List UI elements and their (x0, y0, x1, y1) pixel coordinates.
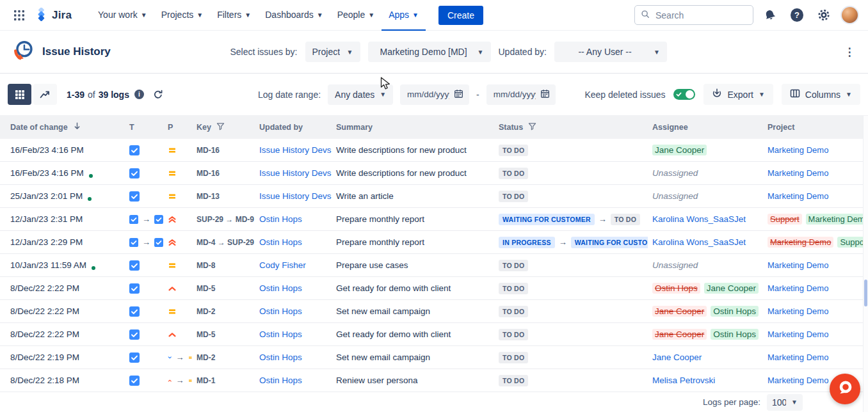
global-search[interactable] (634, 5, 753, 25)
assignee-link[interactable]: Karolina Wons_SaaSJet (652, 237, 746, 247)
col-header-status[interactable]: Status (494, 122, 648, 132)
more-options-kebab-icon[interactable]: ⋮ (841, 42, 858, 62)
cell-updated-by: Ostin Hops (255, 353, 332, 362)
cell-date: 8/Dec/22 2:22 PM (0, 306, 125, 316)
col-header-project[interactable]: Project (763, 123, 868, 132)
project-link[interactable]: Marketing Demo (768, 145, 828, 155)
cell-priority (163, 238, 192, 247)
date-preset-dropdown[interactable]: Any dates ▼ (328, 84, 393, 105)
nav-item-your-work[interactable]: Your work▼ (91, 0, 154, 31)
chat-bubble-icon (837, 379, 854, 399)
nav-item-dashboards[interactable]: Dashboards▼ (258, 0, 330, 31)
nav-item-people[interactable]: People▼ (330, 0, 382, 31)
logs-per-page-dropdown[interactable]: 100 ▼ (767, 394, 803, 411)
updated-by-link[interactable]: Ostin Hops (259, 214, 302, 224)
priority-medium-icon (168, 169, 177, 178)
jira-logo[interactable]: Jira (35, 8, 72, 23)
updated-by-link[interactable]: Ostin Hops (259, 306, 302, 316)
grid-view-button[interactable] (8, 84, 31, 105)
updated-by-link[interactable]: Ostin Hops (259, 283, 302, 293)
cell-key: MD-16 (192, 169, 255, 178)
status-badge: TO DO (499, 260, 528, 271)
chat-widget-button[interactable] (830, 374, 860, 404)
project-link[interactable]: Marketing Demo (768, 191, 828, 201)
cell-key: SUP-29 → MD-9 (192, 215, 255, 224)
user-avatar[interactable] (840, 6, 859, 24)
cell-status: WAITING FOR CUSTOMER→TO DO (494, 214, 648, 225)
app-switcher-icon[interactable] (9, 5, 29, 26)
project-link[interactable]: Marketing Demo (768, 260, 828, 270)
date-from-field[interactable] (400, 84, 469, 105)
project-dropdown[interactable]: Marketing Demo [MD] ▼ (368, 42, 491, 62)
cell-type: → (125, 214, 163, 225)
cell-key: MD-8 (192, 261, 255, 270)
info-icon[interactable]: i (134, 90, 144, 99)
updated-by-link[interactable]: Ostin Hops (259, 329, 302, 339)
create-button[interactable]: Create (438, 6, 483, 25)
updated-by-link[interactable]: Issue History Devs (259, 168, 332, 178)
priority-highest-icon (168, 238, 177, 247)
table-row: 12/Jan/23 2:29 PM→MD-4 → SUP-29Ostin Hop… (0, 231, 868, 254)
assignee-link[interactable]: Melisa Petrovski (652, 376, 715, 385)
keep-deleted-toggle[interactable] (673, 89, 695, 100)
col-header-updated-by[interactable]: Updated by (255, 123, 332, 132)
updated-by-link[interactable]: Cody Fisher (259, 260, 306, 270)
date-to-input[interactable] (492, 89, 537, 100)
col-header-summary[interactable]: Summary (332, 123, 494, 132)
date-to-field[interactable] (486, 84, 556, 105)
calendar-icon[interactable] (540, 89, 550, 100)
cell-date: 10/Jan/23 11:59 AM (0, 260, 125, 270)
top-nav-right: ? (634, 5, 859, 26)
col-header-type[interactable]: T (125, 123, 163, 132)
updated-by-link[interactable]: Ostin Hops (259, 237, 302, 247)
columns-button[interactable]: Columns ▼ (782, 84, 860, 105)
export-icon (712, 88, 722, 100)
status-badge: WAITING FOR CUSTOMER (499, 214, 595, 225)
calendar-icon[interactable] (454, 89, 463, 100)
sort-desc-icon[interactable] (73, 122, 81, 132)
task-type-icon (129, 376, 140, 386)
export-button[interactable]: Export ▼ (703, 84, 773, 105)
status-badge: TO DO (499, 191, 528, 202)
col-header-date[interactable]: Date of change (0, 122, 125, 132)
filter-icon[interactable] (528, 122, 536, 132)
updated-by-dropdown[interactable]: -- Any User -- ▼ (554, 42, 667, 62)
cell-updated-by: Ostin Hops (255, 306, 332, 316)
help-icon[interactable]: ? (787, 5, 807, 26)
updated-by-link[interactable]: Issue History Devs (259, 145, 332, 155)
select-mode-dropdown[interactable]: Project ▼ (305, 42, 360, 62)
project-link[interactable]: Marketing Demo (768, 168, 828, 178)
scrollbar-thumb[interactable] (864, 280, 867, 306)
date-from-input[interactable] (406, 89, 451, 100)
log-table: Date of change T P Key Updated by Summar… (0, 115, 868, 412)
page-title: Issue History (42, 45, 111, 58)
updated-by-link[interactable]: Ostin Hops (259, 353, 302, 362)
toolbar: 1-39 of 39 logs i Log date range: Any da… (0, 74, 868, 115)
status-badge: TO DO (499, 145, 528, 156)
notifications-bell-icon[interactable] (760, 5, 780, 26)
project-link[interactable]: Marketing Demo (768, 306, 828, 316)
project-link[interactable]: Marketing Demo (768, 353, 828, 362)
settings-gear-icon[interactable] (814, 5, 834, 26)
filter-icon[interactable] (216, 122, 225, 132)
cell-updated-by: Ostin Hops (255, 237, 332, 247)
status-badge: WAITING FOR CUSTOMER (571, 237, 648, 248)
assignee-link[interactable]: Jane Cooper (652, 353, 702, 362)
project-link[interactable]: Marketing Demo (768, 283, 828, 293)
assignee-link[interactable]: Karolina Wons_SaaSJet (652, 214, 746, 224)
chart-view-button[interactable] (33, 84, 57, 105)
project-link[interactable]: Marketing Demo (768, 376, 828, 385)
search-input[interactable] (654, 10, 737, 21)
refresh-icon[interactable] (153, 90, 163, 100)
updated-by-link[interactable]: Ostin Hops (259, 376, 302, 385)
scrollbar-track (863, 116, 868, 412)
col-header-key[interactable]: Key (192, 122, 255, 132)
nav-item-filters[interactable]: Filters▼ (210, 0, 258, 31)
updated-by-label: Updated by: (499, 47, 547, 57)
updated-by-link[interactable]: Issue History Devs (259, 191, 332, 201)
col-header-priority[interactable]: P (163, 123, 192, 132)
nav-item-projects[interactable]: Projects▼ (154, 0, 210, 31)
col-header-assignee[interactable]: Assignee (648, 123, 763, 132)
nav-item-apps[interactable]: Apps▼ (382, 0, 426, 31)
project-link[interactable]: Marketing Demo (768, 329, 828, 339)
